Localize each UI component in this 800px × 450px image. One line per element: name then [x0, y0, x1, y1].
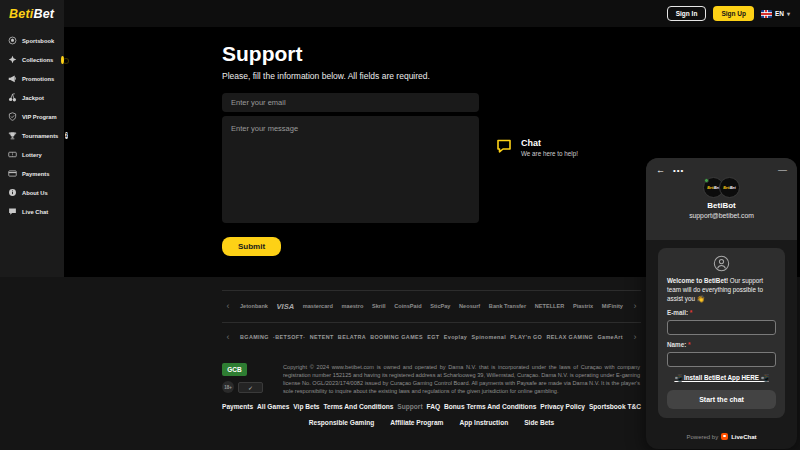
footer-link-support[interactable]: Support — [397, 403, 422, 410]
payment-logo: Jetonbank — [240, 303, 268, 309]
sidebar-item-sportsbook[interactable]: Sportsbook — [0, 31, 64, 50]
start-chat-button[interactable]: Start the chat — [667, 390, 776, 409]
payment-logo: CoinsPaid — [394, 303, 421, 309]
back-arrow-icon[interactable]: ← — [656, 165, 665, 175]
provider-logo: BOOMING GAMES — [370, 334, 423, 340]
credit-card-icon — [8, 169, 17, 178]
payment-logo: Bank Transfer — [489, 303, 526, 309]
tournaments-count-badge: 2 — [65, 132, 68, 139]
sign-in-button[interactable]: Sign In — [667, 6, 707, 21]
language-selector[interactable]: EN ▾ — [761, 10, 790, 18]
footer-link-payments[interactable]: Payments — [222, 403, 253, 410]
sidebar-item-lottery[interactable]: Lottery — [0, 145, 64, 164]
email-label: E-mail: * — [667, 309, 776, 316]
sidebar-nav: Sportsbook Collections Promotions Jackpo… — [0, 27, 64, 221]
providers-logos: BGAMING ·BETSOFT· NETENT BELATRA BOOMING… — [234, 334, 629, 340]
payment-logo: MiFinity — [602, 303, 623, 309]
sidebar-item-label: About Us — [22, 190, 48, 196]
sidebar-item-live-chat[interactable]: Live Chat — [0, 202, 64, 221]
install-app-link[interactable]: 📲 Install BetiBet App HERE 📲 — [667, 374, 776, 382]
sidebar-item-vip-program[interactable]: VIP Program — [0, 107, 64, 126]
collections-indicator-icon — [61, 56, 64, 64]
sidebar-item-label: Live Chat — [22, 209, 48, 215]
age-18-badge: 18+ — [222, 381, 234, 393]
brand-logo-part2: Bet — [33, 7, 54, 21]
megaphone-icon — [8, 74, 17, 83]
sidebar-item-label: Sportsbook — [22, 38, 54, 44]
payment-logo: NETELLER — [535, 303, 565, 309]
sidebar-item-collections[interactable]: Collections — [0, 50, 64, 69]
sidebar-item-about-us[interactable]: About Us — [0, 183, 64, 202]
widget-body: Welcome to BetiBet! Our support team wil… — [646, 240, 797, 418]
name-label: Name: * — [667, 341, 776, 348]
sidebar-item-tournaments[interactable]: Tournaments 2 — [0, 126, 64, 145]
sidebar-item-label: Collections — [22, 57, 53, 63]
footer-link-terms[interactable]: Terms And Conditions — [323, 403, 393, 410]
footer-link-app-instruction[interactable]: App Instruction — [459, 419, 508, 426]
footer-link-responsible-gaming[interactable]: Responsible Gaming — [309, 419, 375, 426]
provider-logo: ·BETSOFT· — [273, 334, 305, 340]
sidebar-item-payments[interactable]: Payments — [0, 164, 64, 183]
footer-link-sportsbook-tc[interactable]: Sportsbook T&C — [589, 403, 641, 410]
gcb-badge[interactable]: GCB — [222, 363, 247, 376]
provider-logo: RELAX GAMING — [546, 334, 593, 340]
livechat-widget: ← ••• — BetiBet BetiBet BetiBot support@… — [646, 158, 797, 449]
language-label: EN — [775, 10, 784, 17]
shield-icon — [8, 112, 17, 121]
provider-logo: EGT — [427, 334, 439, 340]
cherries-icon — [8, 93, 17, 102]
footer-link-all-games[interactable]: All Games — [257, 403, 289, 410]
chevron-down-icon: ▾ — [787, 10, 790, 17]
payment-logo: SticPay — [430, 303, 450, 309]
livechat-icon — [721, 433, 728, 440]
widget-name-input[interactable] — [667, 352, 776, 367]
ticket-icon — [8, 150, 17, 159]
payment-logo: mastercard — [303, 303, 333, 309]
provider-logo: BELATRA — [338, 334, 366, 340]
menu-dots-icon[interactable]: ••• — [673, 166, 684, 175]
message-textarea[interactable] — [222, 116, 479, 223]
sidebar-item-label: Lottery — [22, 152, 42, 158]
provider-logo: BGAMING — [240, 334, 269, 340]
payment-logo: Neosurf — [459, 303, 480, 309]
license-badges: GCB 18+ ✓ — [222, 363, 274, 393]
chat-outline-icon — [496, 138, 512, 154]
soccer-ball-icon — [8, 36, 17, 45]
footer-link-bonus-terms[interactable]: Bonus Terms And Conditions — [444, 403, 536, 410]
carousel-next-icon[interactable]: › — [629, 332, 641, 342]
sidebar-item-label: Jackpot — [22, 95, 44, 101]
email-input[interactable] — [222, 93, 479, 112]
bot-name: BetiBot — [646, 201, 797, 210]
footer-link-faq[interactable]: FAQ — [427, 403, 441, 410]
carousel-next-icon[interactable]: › — [629, 301, 641, 311]
sidebar-item-promotions[interactable]: Promotions — [0, 69, 64, 88]
avatar: BetiBet — [719, 177, 740, 198]
bot-email: support@betibet.com — [646, 212, 797, 219]
carousel-prev-icon[interactable]: ‹ — [222, 301, 234, 311]
providers-carousel: ‹ BGAMING ·BETSOFT· NETENT BELATRA BOOMI… — [222, 322, 641, 351]
sidebar-item-label: Promotions — [22, 76, 54, 82]
provider-logo: Spinomenal — [471, 334, 506, 340]
sign-up-button[interactable]: Sign Up — [713, 6, 754, 21]
widget-email-input[interactable] — [667, 320, 776, 335]
brand-logo[interactable]: BetiBet — [0, 0, 64, 27]
footer-link-vip-bets[interactable]: Vip Bets — [293, 403, 319, 410]
uk-flag-icon — [761, 10, 772, 18]
verified-badge: ✓ — [238, 382, 263, 393]
footer-link-privacy[interactable]: Privacy Policy — [540, 403, 585, 410]
minimize-icon[interactable]: — — [778, 165, 787, 175]
sidebar: BetiBet Sportsbook Collections Promotion… — [0, 0, 64, 277]
footer-link-side-bets[interactable]: Side Bets — [524, 419, 554, 426]
provider-logo: PLAY'n GO — [510, 334, 542, 340]
sidebar-item-label: Payments — [22, 171, 49, 177]
sidebar-item-jackpot[interactable]: Jackpot — [0, 88, 64, 107]
top-bar: Sign In Sign Up EN ▾ — [64, 0, 800, 27]
submit-button[interactable]: Submit — [222, 237, 281, 256]
required-asterisk: * — [690, 309, 692, 316]
required-asterisk: * — [688, 341, 690, 348]
welcome-text: Welcome to BetiBet! Our support team wil… — [667, 276, 776, 303]
carousel-prev-icon[interactable]: ‹ — [222, 332, 234, 342]
page-subtitle: Please, fill the information below. All … — [222, 71, 430, 81]
livechat-label[interactable]: LiveChat — [731, 434, 756, 440]
footer-link-affiliate[interactable]: Affiliate Program — [390, 419, 443, 426]
